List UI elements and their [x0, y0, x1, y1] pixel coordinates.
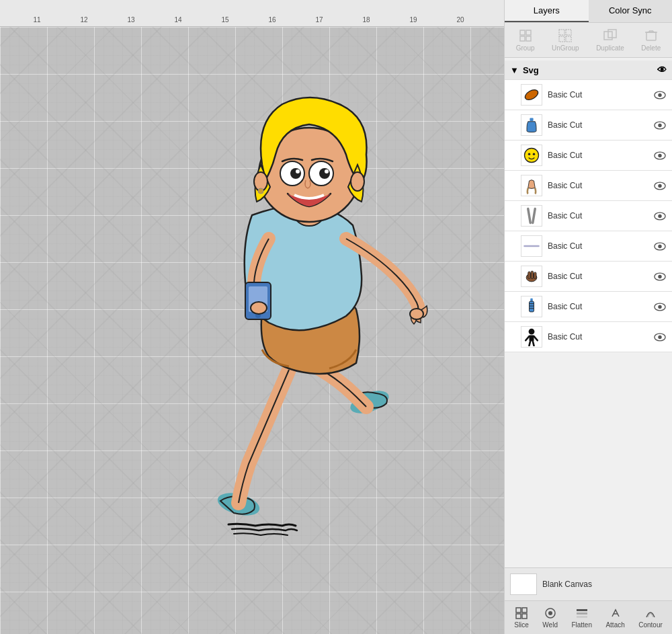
app-container: 1112131415161718192021: [0, 0, 672, 634]
flatten-icon: [575, 606, 589, 620]
ruler-number: 14: [155, 16, 202, 24]
layer-item[interactable]: Basic Cut: [505, 141, 672, 171]
contour-button[interactable]: Contour: [636, 605, 665, 630]
svg-line-71: [534, 336, 538, 340]
svg-rect-22: [559, 30, 564, 35]
group-label: Group: [516, 44, 535, 52]
svg-rect-56: [534, 272, 537, 279]
layer-item[interactable]: Basic Cut: [505, 201, 672, 231]
svg-point-12: [319, 168, 330, 179]
svg-rect-25: [566, 36, 571, 42]
layer-thumbnail: [521, 145, 542, 166]
svg-point-35: [658, 93, 661, 96]
group-button[interactable]: Group: [512, 27, 539, 53]
layer-visibility-toggle[interactable]: [653, 330, 667, 344]
attach-button[interactable]: Attach: [603, 605, 627, 630]
layer-visibility-toggle[interactable]: [653, 149, 667, 162]
contour-icon: [644, 606, 657, 620]
ruler-numbers: 1112131415161718192021: [0, 16, 504, 24]
svg-point-40: [528, 153, 531, 156]
tab-layers[interactable]: Layers: [505, 0, 589, 22]
svg-rect-54: [528, 272, 531, 279]
svg-point-41: [533, 153, 536, 156]
layer-item[interactable]: Basic Cut: [505, 262, 672, 292]
layer-name: Basic Cut: [548, 272, 648, 281]
svg-line-69: [533, 341, 534, 346]
contour-label: Contour: [638, 621, 663, 629]
svg-rect-80: [577, 609, 587, 611]
flatten-label: Flatten: [571, 621, 592, 629]
duplicate-button[interactable]: Duplicate: [592, 27, 628, 53]
layer-thumbnail: [521, 175, 542, 196]
svg-rect-24: [559, 36, 564, 42]
ruler-number: 21: [484, 16, 504, 24]
slice-button[interactable]: Slice: [511, 605, 532, 630]
grid-canvas[interactable]: [0, 27, 504, 634]
svg-rect-75: [522, 608, 527, 612]
svg-rect-74: [516, 608, 521, 612]
svg-point-38: [658, 123, 661, 126]
svg-rect-18: [520, 30, 525, 35]
svg-point-14: [325, 169, 329, 173]
bottom-toolbar: Slice Weld Flatten: [505, 600, 672, 634]
svg-line-46: [528, 209, 531, 223]
weld-icon: [544, 606, 557, 620]
layer-visibility-toggle[interactable]: [653, 179, 667, 192]
weld-button[interactable]: Weld: [540, 605, 560, 630]
svg-point-49: [658, 214, 661, 217]
blank-canvas-panel: Blank Canvas: [505, 567, 672, 600]
delete-button[interactable]: Delete: [637, 27, 665, 53]
svg-rect-36: [530, 118, 533, 121]
svg-group-header[interactable]: ▼ Svg 👁: [505, 61, 672, 80]
layer-item[interactable]: Basic Cut: [505, 80, 672, 110]
ruler-number: 16: [249, 16, 296, 24]
layer-item[interactable]: Basic Cut: [505, 292, 672, 322]
svg-rect-81: [577, 612, 587, 615]
layer-visibility-toggle[interactable]: [653, 209, 667, 223]
ruler-number: 13: [108, 16, 155, 24]
ruler-top: 1112131415161718192021: [0, 0, 504, 27]
layer-visibility-toggle[interactable]: [653, 88, 667, 102]
svg-point-79: [548, 611, 552, 615]
layer-name: Basic Cut: [548, 120, 648, 130]
svg-point-7: [251, 302, 267, 314]
layer-item[interactable]: Basic Cut: [505, 322, 672, 352]
slice-label: Slice: [514, 621, 529, 629]
ruler-number: 19: [390, 16, 437, 24]
flatten-button[interactable]: Flatten: [569, 605, 595, 630]
svg-rect-21: [526, 36, 531, 41]
svg-rect-19: [526, 30, 531, 35]
svg-rect-20: [520, 36, 525, 41]
svg-rect-23: [566, 30, 571, 35]
svg-group-eye[interactable]: 👁: [657, 65, 667, 75]
svg-rect-28: [646, 32, 656, 40]
character-container: [108, 67, 430, 551]
svg-point-3: [410, 309, 423, 319]
ungroup-label: UnGroup: [552, 44, 579, 52]
svg-point-11: [290, 168, 301, 179]
svg-point-52: [658, 244, 661, 247]
layer-thumbnail: [521, 266, 542, 287]
layer-visibility-toggle[interactable]: [653, 118, 667, 132]
layer-visibility-toggle[interactable]: [653, 239, 667, 253]
tab-color-sync[interactable]: Color Sync: [589, 0, 673, 22]
layers-list: ▼ Svg 👁 Basic CutBasic CutBasic CutBasic…: [505, 58, 672, 567]
duplicate-label: Duplicate: [596, 44, 624, 52]
layer-name: Basic Cut: [548, 241, 648, 251]
svg-point-39: [525, 149, 539, 163]
svg-point-73: [658, 335, 661, 338]
layer-item[interactable]: Basic Cut: [505, 231, 672, 262]
svg-point-16: [258, 188, 263, 194]
svg-point-17: [351, 172, 364, 191]
attach-icon: [609, 606, 622, 620]
panel-toolbar: Group UnGroup: [505, 23, 672, 58]
ungroup-button[interactable]: UnGroup: [548, 27, 583, 53]
layer-visibility-toggle[interactable]: [653, 300, 667, 313]
layer-item[interactable]: Basic Cut: [505, 171, 672, 201]
group-icon: [518, 28, 533, 43]
layer-visibility-toggle[interactable]: [653, 270, 667, 283]
svg-point-65: [658, 305, 661, 308]
layer-item[interactable]: Basic Cut: [505, 110, 672, 141]
delete-icon: [644, 28, 659, 43]
svg-line-70: [526, 336, 529, 340]
